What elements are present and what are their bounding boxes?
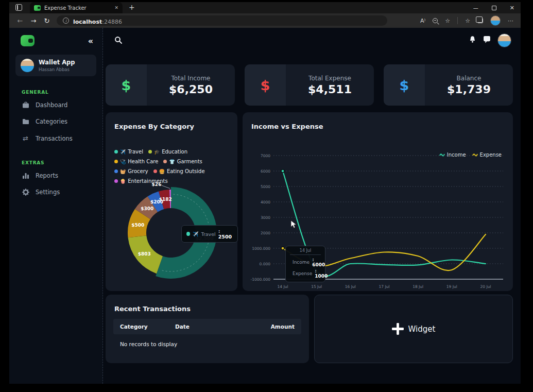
svg-text:18 Jul: 18 Jul bbox=[412, 284, 423, 289]
stat-value: $1,739 bbox=[447, 83, 491, 96]
stat-label: Total Expense bbox=[308, 75, 351, 82]
url-port: :24886 bbox=[102, 19, 122, 25]
app-profile-avatar[interactable] bbox=[497, 33, 511, 47]
stats-row: $ Total Income $6,250 $ Total Expense $4… bbox=[106, 64, 513, 106]
sidebar-item-label: Categories bbox=[36, 118, 67, 125]
svg-text:3000: 3000 bbox=[261, 215, 270, 220]
sidebar-item-label: Settings bbox=[36, 189, 60, 196]
zoom-out-icon[interactable] bbox=[433, 18, 438, 23]
section-title: Recent Transactions bbox=[106, 295, 309, 313]
search-icon[interactable] bbox=[114, 36, 123, 46]
window-maximize-button[interactable] bbox=[492, 6, 496, 10]
notifications-bell-icon[interactable] bbox=[469, 36, 476, 45]
balance-dollar-icon: $ bbox=[384, 64, 425, 106]
line-tooltip: 14 Jul Income6000 Expense1000 bbox=[285, 246, 325, 282]
new-tab-button[interactable]: + bbox=[129, 3, 135, 11]
user-app-name: Wallet App bbox=[39, 59, 75, 66]
svg-text:5000: 5000 bbox=[261, 184, 270, 189]
app-topbar bbox=[103, 28, 521, 54]
browser-profile-avatar[interactable] bbox=[490, 15, 501, 26]
svg-text:7000: 7000 bbox=[261, 154, 270, 158]
svg-text:-1000.000: -1000.000 bbox=[251, 277, 271, 282]
read-aloud-icon[interactable]: A⁾ bbox=[420, 18, 425, 24]
legend-item-travel[interactable]: ✈️Travel bbox=[114, 149, 143, 155]
stat-label: Balance bbox=[457, 75, 482, 82]
user-card[interactable]: Wallet App Hassan Abbas bbox=[15, 55, 96, 76]
url-host: localhost bbox=[73, 19, 102, 25]
legend-item-health-care[interactable]: 🩺Health Care bbox=[114, 159, 158, 164]
add-favorite-icon[interactable]: ☆ bbox=[445, 18, 450, 24]
add-widget-button[interactable]: Widget bbox=[314, 295, 513, 363]
window-minimize-button[interactable]: — bbox=[473, 5, 478, 11]
table-header: Category Date Amount bbox=[113, 319, 301, 334]
sidebar-section-general: GENERAL bbox=[22, 90, 102, 95]
column-date: Date bbox=[175, 323, 265, 330]
transfer-arrows-icon: ⇄ bbox=[22, 134, 29, 142]
legend-item-eating-outside[interactable]: 🍔Eating Outside bbox=[153, 168, 205, 174]
sidebar: « Wallet App Hassan Abbas GENERAL Dashbo… bbox=[9, 28, 103, 384]
dashboard-icon bbox=[22, 101, 29, 109]
back-button[interactable]: ← bbox=[13, 17, 27, 25]
legend-item-education[interactable]: 🎓Education bbox=[148, 149, 187, 155]
svg-text:15 Jul: 15 Jul bbox=[311, 284, 322, 289]
browser-tab[interactable]: Expense Tracker ✕ bbox=[30, 2, 123, 13]
svg-text:4000: 4000 bbox=[261, 200, 270, 204]
stat-value: $6,250 bbox=[169, 83, 213, 96]
tab-actions-icon[interactable] bbox=[15, 4, 22, 11]
sidebar-item-label: Dashboard bbox=[36, 101, 67, 109]
svg-text:19 Jul: 19 Jul bbox=[446, 284, 457, 289]
tab-title: Expense Tracker bbox=[44, 5, 111, 11]
browser-menu-icon[interactable]: ⋯ bbox=[508, 18, 513, 24]
expense-dollar-icon: $ bbox=[245, 64, 286, 106]
address-bar[interactable]: i localhost:24886 bbox=[57, 15, 387, 26]
browser-titlebar: Expense Tracker ✕ + — ✕ bbox=[9, 2, 521, 13]
stat-label: Total Income bbox=[171, 75, 211, 82]
svg-text:6000: 6000 bbox=[261, 169, 270, 174]
income-dollar-icon: $ bbox=[106, 64, 147, 106]
chart-title: Expense By Category bbox=[106, 112, 237, 130]
widget-label: Widget bbox=[408, 325, 436, 334]
chat-icon[interactable] bbox=[483, 36, 491, 45]
main-content: $ Total Income $6,250 $ Total Expense $4… bbox=[103, 28, 521, 384]
sidebar-section-extras: EXTRAS bbox=[22, 160, 102, 165]
user-name: Hassan Abbas bbox=[39, 67, 75, 72]
income-vs-expense-card: Income vs Expense Income Expense 7000600… bbox=[243, 112, 513, 291]
tab-favicon-icon bbox=[34, 5, 41, 11]
wallet-logo-icon bbox=[21, 35, 35, 46]
mouse-cursor bbox=[290, 220, 297, 231]
sidebar-item-transactions[interactable]: ⇄ Transactions bbox=[9, 130, 102, 147]
svg-text:0.000: 0.000 bbox=[260, 262, 271, 266]
site-info-icon[interactable]: i bbox=[63, 18, 69, 24]
svg-text:2000: 2000 bbox=[261, 231, 270, 235]
browser-toolbar: ← → ↻ i localhost:24886 A⁾ ☆ ☆ ⋯ bbox=[9, 13, 521, 28]
tab-close-icon[interactable]: ✕ bbox=[114, 5, 118, 10]
folder-icon bbox=[22, 118, 29, 125]
favorites-bar-icon[interactable]: ☆ bbox=[465, 18, 470, 24]
collections-icon[interactable] bbox=[477, 18, 483, 23]
window-close-button[interactable]: ✕ bbox=[510, 5, 514, 11]
svg-text:20 Jul: 20 Jul bbox=[480, 284, 491, 289]
stat-card-balance: $ Balance $1,739 bbox=[384, 64, 513, 106]
stat-card-total-expense: $ Total Expense $4,511 bbox=[245, 64, 374, 106]
column-amount: Amount bbox=[265, 323, 301, 330]
sidebar-collapse-button[interactable]: « bbox=[88, 36, 93, 46]
svg-text:16 Jul: 16 Jul bbox=[345, 284, 356, 289]
sidebar-item-settings[interactable]: Settings bbox=[9, 184, 102, 200]
refresh-button[interactable]: ↻ bbox=[40, 17, 54, 25]
sidebar-item-dashboard[interactable]: Dashboard bbox=[9, 97, 102, 113]
forward-button[interactable]: → bbox=[27, 17, 40, 25]
chart-title: Income vs Expense bbox=[243, 112, 513, 130]
svg-text:14 Jul: 14 Jul bbox=[278, 284, 288, 289]
column-category: Category bbox=[113, 323, 175, 330]
sidebar-item-categories[interactable]: Categories bbox=[9, 113, 102, 130]
sidebar-item-reports[interactable]: Reports bbox=[9, 167, 102, 184]
user-avatar bbox=[21, 59, 34, 72]
stat-card-total-income: $ Total Income $6,250 bbox=[106, 64, 235, 106]
legend-item-grocery[interactable]: 🧺Grocery bbox=[114, 168, 148, 174]
gear-icon bbox=[22, 189, 29, 196]
donut-tooltip: ✈️ Travel 2500 bbox=[181, 225, 238, 243]
sidebar-item-label: Transactions bbox=[36, 135, 73, 142]
svg-text:17 Jul: 17 Jul bbox=[379, 284, 390, 289]
toolbar-divider bbox=[457, 17, 458, 24]
legend-item-garments[interactable]: 👕Garments bbox=[163, 159, 202, 164]
